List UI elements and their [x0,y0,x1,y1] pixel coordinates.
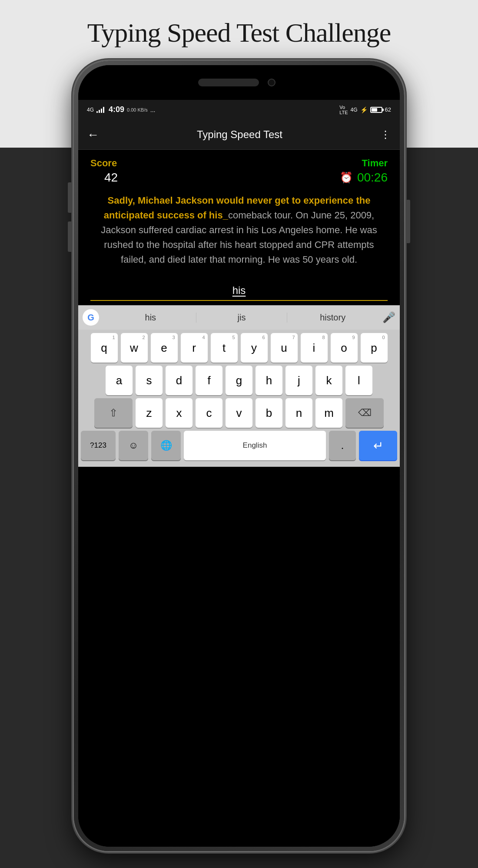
keyboard-row-1: 1 q 2 w 3 e 4 r [81,333,397,363]
key-g[interactable]: g [226,366,252,395]
keyboard-row-4: ?123 ☺ 🌐 English . ↵ [81,431,397,460]
key-c[interactable]: c [196,398,222,428]
period-key[interactable]: . [329,431,356,460]
key-p[interactable]: 0 p [361,333,388,363]
shift-button[interactable]: ⇧ [94,398,133,428]
timer-value-row: ⏰ 00:26 [340,171,388,185]
keyboard-row-3: ⇧ z x c v [81,398,397,428]
speaker-grille [198,79,259,86]
key-k[interactable]: k [315,366,342,395]
key-r[interactable]: 4 r [181,333,208,363]
enter-button[interactable]: ↵ [359,431,397,460]
app-bar: ← Typing Speed Test ⋮ [78,119,400,150]
key-h[interactable]: h [256,366,282,395]
volume-down-button[interactable] [68,221,71,252]
status-bar: 4G 4:09 0.00 KB/s ... VoLTE 4G ⚡ [78,100,400,119]
key-z[interactable]: z [136,398,163,428]
page-title: Typing Speed Test Challenge [0,0,478,48]
phone-bottom-fill [78,816,400,847]
shift-icon: ⇧ [109,407,118,419]
keyboard-row-2: a s d f g [81,366,397,395]
suggestion-2[interactable]: jis [196,313,287,323]
language-icon: 🌐 [160,440,172,451]
score-icon: 🗓 [90,172,100,183]
passage-area: Sadly, Michael Jackson would never get t… [78,189,400,276]
key-m[interactable]: m [315,398,342,428]
back-button[interactable]: ← [87,128,99,142]
keyboard: 1 q 2 w 3 e 4 r [78,330,400,467]
score-section: Score 🗓 42 [90,158,118,185]
status-right: VoLTE 4G ⚡ 62 [339,105,391,115]
suggestions-list: his jis history [105,313,378,323]
phone-screen: 4G 4:09 0.00 KB/s ... VoLTE 4G ⚡ [78,65,400,847]
symbols-button[interactable]: ?123 [81,431,116,460]
key-q[interactable]: 1 q [91,333,118,363]
key-x[interactable]: x [166,398,193,428]
key-f[interactable]: f [196,366,222,395]
key-o[interactable]: 9 o [331,333,358,363]
key-s[interactable]: s [136,366,163,395]
page-background: Typing Speed Test Challenge 4G [0,0,478,868]
score-timer-row: Score 🗓 42 Timer ⏰ 00:26 [78,150,400,189]
google-logo: G [83,309,99,326]
phone-frame: 4G 4:09 0.00 KB/s ... VoLTE 4G ⚡ [74,61,404,851]
battery-icon [370,107,382,113]
battery-fill [372,108,378,112]
language-button[interactable]: 🌐 [151,431,181,460]
volume-up-button[interactable] [68,182,71,213]
key-b[interactable]: b [256,398,282,428]
key-i[interactable]: 8 i [301,333,328,363]
key-w[interactable]: 2 w [121,333,148,363]
network2-label: 4G [351,107,358,113]
key-y[interactable]: 6 y [241,333,268,363]
charging-icon: ⚡ [360,106,368,113]
input-current-text: his [232,284,246,296]
content-area: Score 🗓 42 Timer ⏰ 00:26 [78,150,400,847]
emoji-button[interactable]: ☺ [119,431,148,460]
space-key[interactable]: English [184,431,326,460]
status-left: 4G 4:09 0.00 KB/s ... [87,105,155,114]
timer-section: Timer ⏰ 00:26 [340,158,388,185]
score-label: Score [90,158,118,169]
key-j[interactable]: j [285,366,312,395]
key-u[interactable]: 7 u [271,333,298,363]
timer-value: 00:26 [357,171,388,185]
timer-icon: ⏰ [340,172,353,184]
volte-label: VoLTE [339,105,348,115]
input-area[interactable]: his [90,284,388,301]
suggestion-bar: G his jis history 🎤 [78,305,400,330]
front-camera [268,79,276,86]
score-value: 42 [104,171,118,185]
key-t[interactable]: 5 t [211,333,238,363]
overflow-menu-button[interactable]: ⋮ [380,129,391,141]
signal-icon [96,107,104,113]
battery-level: 62 [385,106,391,113]
score-value-row: 🗓 42 [90,171,118,185]
network-label: 4G [87,107,94,113]
delete-icon: ⌫ [358,407,372,419]
suggestion-3[interactable]: history [287,313,378,323]
key-d[interactable]: d [166,366,193,395]
enter-icon: ↵ [373,439,383,453]
key-l[interactable]: l [345,366,372,395]
app-title: Typing Speed Test [197,129,282,141]
timer-label: Timer [362,158,388,169]
key-e[interactable]: 3 e [151,333,178,363]
key-v[interactable]: v [226,398,252,428]
mic-icon[interactable]: 🎤 [382,311,395,323]
speed-label: 0.00 KB/s [127,107,148,112]
time-label: 4:09 [109,105,124,114]
key-n[interactable]: n [285,398,312,428]
power-button[interactable] [407,200,410,243]
key-a[interactable]: a [106,366,133,395]
extra-label: ... [150,106,156,113]
delete-button[interactable]: ⌫ [345,398,384,428]
emoji-icon: ☺ [129,440,138,451]
phone-top-area [78,65,400,100]
suggestion-1[interactable]: his [105,313,196,323]
symbols-label: ?123 [90,441,106,450]
